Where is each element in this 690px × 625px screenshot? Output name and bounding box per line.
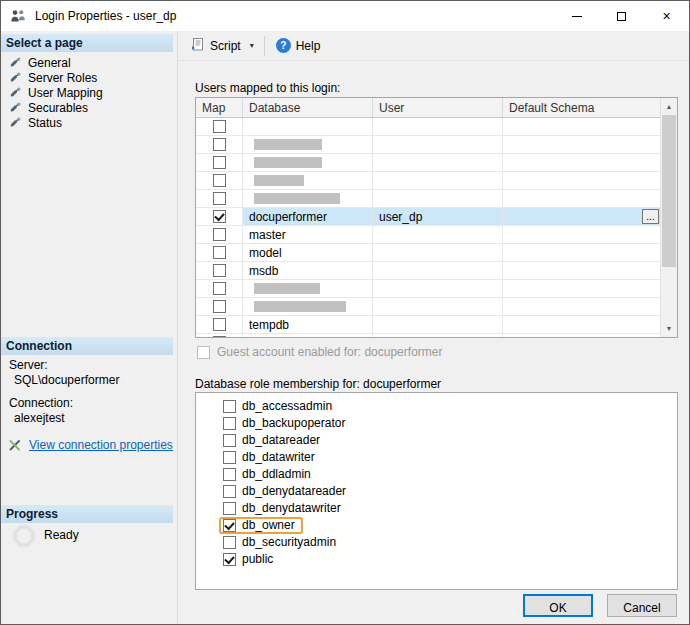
- table-row[interactable]: [196, 334, 660, 337]
- table-row[interactable]: [196, 190, 660, 208]
- role-checkbox[interactable]: [223, 536, 236, 549]
- sidebar-item-status[interactable]: Status: [1, 115, 173, 130]
- scroll-up-button[interactable]: ▲: [661, 98, 677, 115]
- role-checkbox[interactable]: [223, 417, 236, 430]
- map-cell: [196, 298, 243, 315]
- map-checkbox[interactable]: [213, 282, 226, 295]
- select-page-header: Select a page: [1, 34, 173, 52]
- database-cell: [243, 172, 373, 189]
- toolbar-separator: [264, 36, 265, 56]
- schema-cell: ...: [503, 208, 660, 225]
- role-checkbox[interactable]: [223, 451, 236, 464]
- map-checkbox[interactable]: [213, 138, 226, 151]
- map-cell: [196, 262, 243, 279]
- title-bar: Login Properties - user_dp ×: [1, 1, 689, 31]
- table-row[interactable]: [196, 280, 660, 298]
- role-checkbox[interactable]: [223, 519, 236, 532]
- column-header-default-schema: Default Schema: [503, 98, 677, 117]
- database-cell: model: [243, 244, 373, 261]
- view-connection-properties-link[interactable]: View connection properties: [29, 438, 173, 452]
- map-checkbox[interactable]: [213, 246, 226, 259]
- role-item-db_ddladmin[interactable]: db_ddladmin: [196, 466, 677, 483]
- user-cell: [373, 280, 503, 297]
- map-checkbox[interactable]: [213, 318, 226, 331]
- user-cell: user_dp: [373, 208, 503, 225]
- user-cell: [373, 226, 503, 243]
- role-checkbox[interactable]: [223, 485, 236, 498]
- sidebar-page-label: General: [28, 56, 71, 70]
- map-checkbox[interactable]: [213, 300, 226, 313]
- role-item-db_denydatareader[interactable]: db_denydatareader: [196, 483, 677, 500]
- role-item-db_accessadmin[interactable]: db_accessadmin: [196, 398, 677, 415]
- sidebar-item-server-roles[interactable]: Server Roles: [1, 70, 173, 85]
- guest-account-row: Guest account enabled for: docuperformer: [197, 345, 442, 359]
- script-button[interactable]: Script: [186, 34, 246, 57]
- role-item-db_backupoperator[interactable]: db_backupoperator: [196, 415, 677, 432]
- table-row[interactable]: master: [196, 226, 660, 244]
- role-highlight-ring: db_backupoperator: [219, 415, 353, 432]
- map-checkbox[interactable]: [213, 336, 226, 337]
- role-label: db_ddladmin: [242, 468, 311, 481]
- mapping-table-body: docuperformer user_dp ...: [196, 118, 660, 337]
- schema-cell: [503, 190, 660, 207]
- minimize-button[interactable]: [554, 1, 599, 31]
- script-dropdown-icon[interactable]: ▾: [246, 38, 258, 53]
- maximize-button[interactable]: [599, 1, 644, 31]
- map-checkbox[interactable]: [213, 210, 226, 223]
- table-row[interactable]: [196, 118, 660, 136]
- role-highlight-ring: db_ddladmin: [219, 466, 319, 483]
- sidebar-item-securables[interactable]: Securables: [1, 100, 173, 115]
- redacted-database-bar: [254, 139, 322, 150]
- user-cell: [373, 118, 503, 135]
- table-row[interactable]: docuperformer user_dp ...: [196, 208, 660, 226]
- role-item-db_datareader[interactable]: db_datareader: [196, 432, 677, 449]
- map-checkbox[interactable]: [213, 120, 226, 133]
- map-checkbox[interactable]: [213, 174, 226, 187]
- role-item-db_denydatawriter[interactable]: db_denydatawriter: [196, 500, 677, 517]
- cancel-button[interactable]: Cancel: [607, 594, 677, 617]
- role-label: public: [242, 553, 273, 566]
- map-checkbox[interactable]: [213, 156, 226, 169]
- connection-label: Connection:: [9, 396, 175, 410]
- table-row[interactable]: tempdb: [196, 316, 660, 334]
- role-checkbox[interactable]: [223, 434, 236, 447]
- help-button[interactable]: ? Help: [271, 35, 326, 56]
- table-row[interactable]: msdb: [196, 262, 660, 280]
- table-row[interactable]: [196, 136, 660, 154]
- scrollbar-thumb[interactable]: [662, 115, 676, 267]
- role-label: db_datawriter: [242, 451, 315, 464]
- role-checkbox[interactable]: [223, 468, 236, 481]
- map-checkbox[interactable]: [213, 192, 226, 205]
- map-checkbox[interactable]: [213, 264, 226, 277]
- redacted-database-bar: [254, 175, 304, 186]
- table-row[interactable]: model: [196, 244, 660, 262]
- database-cell: [243, 136, 373, 153]
- role-item-db_securityadmin[interactable]: db_securityadmin: [196, 534, 677, 551]
- progress-status: Ready: [44, 528, 79, 542]
- role-checkbox[interactable]: [223, 400, 236, 413]
- database-cell: msdb: [243, 262, 373, 279]
- help-icon: ?: [276, 38, 291, 53]
- default-schema-browse-button[interactable]: ...: [642, 209, 659, 224]
- role-item-db_datawriter[interactable]: db_datawriter: [196, 449, 677, 466]
- table-vertical-scrollbar[interactable]: ▲ ▼: [660, 98, 677, 337]
- role-label: db_owner: [242, 519, 295, 532]
- close-button[interactable]: ×: [644, 1, 689, 31]
- scroll-down-button[interactable]: ▼: [661, 320, 677, 337]
- table-row[interactable]: [196, 298, 660, 316]
- schema-cell: [503, 298, 660, 315]
- mapping-table-header: Map Database User Default Schema: [196, 98, 677, 118]
- table-row[interactable]: [196, 172, 660, 190]
- ok-button[interactable]: OK: [523, 594, 593, 617]
- sidebar-item-general[interactable]: General: [1, 55, 173, 70]
- user-cell: [373, 262, 503, 279]
- role-item-public[interactable]: public: [196, 551, 677, 568]
- sidebar-item-user-mapping[interactable]: User Mapping: [1, 85, 173, 100]
- role-checkbox[interactable]: [223, 502, 236, 515]
- table-row[interactable]: [196, 154, 660, 172]
- user-cell: [373, 172, 503, 189]
- role-item-db_owner[interactable]: db_owner: [196, 517, 677, 534]
- minimize-icon: [572, 16, 582, 17]
- role-checkbox[interactable]: [223, 553, 236, 566]
- map-checkbox[interactable]: [213, 228, 226, 241]
